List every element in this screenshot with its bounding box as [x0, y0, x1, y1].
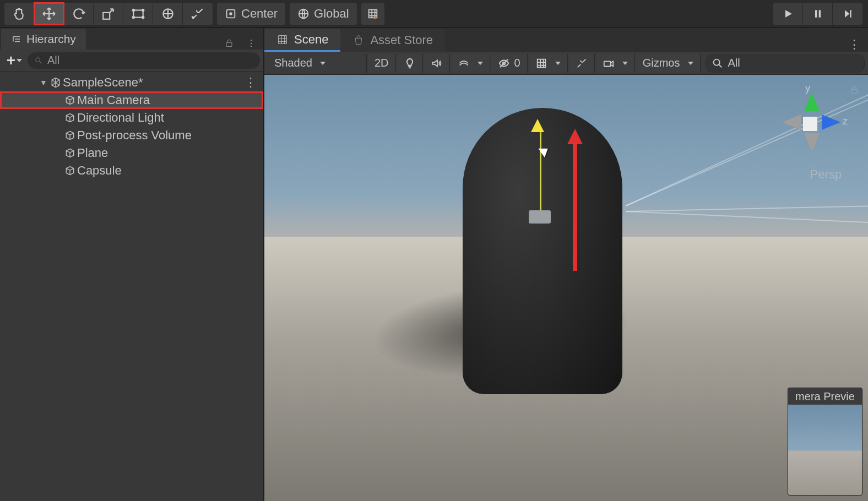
camera-settings-dropdown[interactable] [596, 54, 635, 73]
axis-z-cone-icon [822, 115, 840, 130]
hierarchy-search-input[interactable]: All [28, 52, 260, 69]
kebab-icon: ⋮ [247, 38, 256, 48]
play-button[interactable] [773, 3, 803, 25]
camera-preview-overlay[interactable]: mera Previe [788, 388, 862, 495]
gizmos-label: Gizmos [643, 57, 680, 69]
svg-rect-13 [226, 42, 232, 47]
panel-menu-button[interactable]: ⋮ [245, 36, 258, 50]
move-gizmo-y-axis[interactable] [536, 119, 544, 220]
svg-rect-0 [103, 12, 110, 19]
plus-icon: + [7, 52, 15, 69]
expand-arrow-icon[interactable]: ▼ [39, 78, 48, 87]
eye-off-icon [498, 57, 510, 69]
hierarchy-item-directional-light[interactable]: Directional Light [0, 109, 263, 127]
scene-viewport[interactable]: y z Persp mera Previe [264, 75, 868, 501]
hidden-objects-toggle[interactable]: 0 [491, 54, 528, 73]
gizmos-dropdown[interactable]: Gizmos [636, 54, 701, 73]
scene-tabbar: Scene Asset Store ⋮ [264, 28, 868, 52]
scale-tool-button[interactable] [94, 3, 123, 25]
pivot-toggle[interactable]: Center [217, 3, 285, 25]
viewport-lock-button[interactable] [848, 84, 860, 98]
2d-label: 2D [375, 57, 389, 69]
item-label: Plane [77, 146, 108, 160]
hierarchy-item-main-camera[interactable]: Main Camera [0, 91, 263, 109]
create-button[interactable]: + [3, 52, 25, 69]
rotate-icon [72, 7, 86, 21]
shading-mode-label: Shaded [274, 57, 312, 69]
cube-icon [63, 165, 77, 176]
row-menu-button[interactable]: ⋮ [245, 75, 257, 90]
pivot-label: Center [241, 7, 278, 21]
grid-icon [535, 57, 547, 69]
asset-store-tab-label: Asset Store [370, 33, 433, 47]
axis-z-label: z [843, 116, 848, 127]
svg-rect-10 [815, 10, 817, 17]
transform-combined-icon [161, 7, 175, 21]
scene-panel-menu-button[interactable]: ⋮ [848, 37, 860, 52]
orientation-gizmo[interactable]: y z [774, 86, 846, 157]
lightbulb-icon [404, 57, 416, 69]
toggle-2d-button[interactable]: 2D [368, 54, 396, 73]
globe-icon [297, 8, 310, 20]
move-tool-button[interactable] [34, 3, 64, 25]
item-label: Capsule [77, 164, 122, 178]
pause-button[interactable] [803, 3, 833, 25]
annotation-arrow [573, 129, 583, 271]
hierarchy-item-capsule[interactable]: Capsule [0, 162, 263, 179]
grid-snap-toggle[interactable] [361, 3, 384, 25]
lighting-toggle[interactable] [397, 54, 423, 73]
space-toggle[interactable]: Global [290, 3, 357, 25]
gizmo-shaft [540, 132, 541, 220]
scene-search-input[interactable]: All [705, 54, 865, 73]
scene-search-placeholder: All [728, 57, 740, 69]
custom-tool-button[interactable] [183, 3, 213, 25]
grid-snap-icon [367, 8, 379, 20]
step-button[interactable] [833, 3, 862, 25]
projection-label[interactable]: Persp [810, 167, 842, 182]
center-icon [225, 8, 237, 20]
lock-open-icon [224, 37, 235, 48]
camera-preview-title: mera Previe [788, 388, 862, 405]
grid-visibility-dropdown[interactable] [529, 54, 568, 73]
hierarchy-tab[interactable]: Hierarchy [1, 29, 86, 50]
audio-toggle[interactable] [424, 54, 450, 73]
hand-tool-button[interactable] [4, 3, 34, 25]
rotate-tool-button[interactable] [64, 3, 94, 25]
scene-tools-button[interactable] [569, 54, 595, 73]
chevron-down-icon [17, 59, 22, 62]
effects-dropdown[interactable] [451, 54, 490, 73]
scene-root-row[interactable]: ▼ SampleScene* ⋮ [0, 74, 263, 91]
lock-open-icon [848, 84, 860, 96]
tools-icon [191, 7, 205, 21]
hierarchy-icon [11, 34, 22, 44]
scene-tab[interactable]: Scene [264, 29, 340, 52]
svg-line-21 [626, 211, 868, 222]
svg-point-14 [36, 57, 40, 62]
play-controls [773, 3, 862, 25]
hierarchy-tabbar: Hierarchy ⋮ [0, 28, 263, 50]
svg-rect-16 [604, 61, 610, 66]
cube-icon [63, 112, 77, 123]
space-label: Global [314, 7, 349, 21]
panel-lock-button[interactable] [223, 36, 236, 50]
transform-tool-button[interactable] [153, 3, 183, 25]
hierarchy-item-plane[interactable]: Plane [0, 144, 263, 162]
svg-point-17 [713, 59, 719, 65]
pause-icon [812, 8, 823, 19]
shading-mode-dropdown[interactable]: Shaded [268, 54, 367, 73]
rect-icon [131, 7, 145, 21]
search-icon [712, 57, 724, 69]
scene-toolbar: Shaded 2D 0 [264, 52, 868, 75]
axis-y-cone-icon [804, 92, 820, 111]
hierarchy-item-post-process-volume[interactable]: Post-process Volume [0, 127, 263, 144]
svg-point-8 [230, 13, 232, 15]
camera-icon [603, 57, 615, 69]
scene-panel: Scene Asset Store ⋮ Shaded 2D [264, 28, 868, 501]
asset-store-tab[interactable]: Asset Store [340, 29, 445, 52]
cube-icon [63, 148, 77, 159]
rect-tool-button[interactable] [123, 3, 153, 25]
main-toolbar: Center Global [0, 0, 868, 28]
step-icon [842, 8, 853, 19]
audio-icon [431, 57, 443, 69]
effects-icon [458, 57, 470, 69]
